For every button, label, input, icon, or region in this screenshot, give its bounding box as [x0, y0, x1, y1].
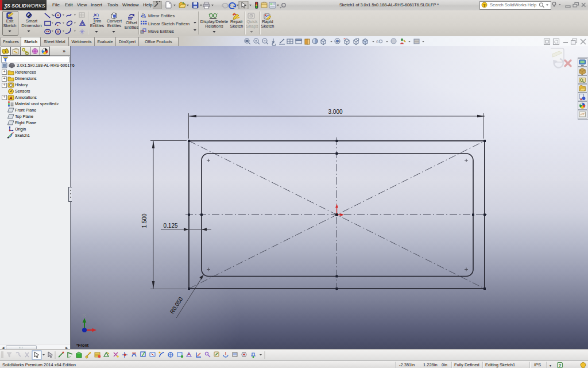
svg-text:A: A: [9, 95, 13, 101]
svg-text:?: ?: [559, 363, 562, 368]
svg-text:R0.050: R0.050: [169, 296, 184, 315]
svg-text:+: +: [233, 13, 235, 17]
svg-text:»: »: [63, 48, 65, 54]
svg-text:1.500: 1.500: [141, 213, 148, 228]
svg-text:*Front: *Front: [76, 343, 89, 348]
svg-text:?: ?: [483, 3, 486, 8]
svg-text:3.000: 3.000: [328, 109, 342, 115]
svg-text:6: 6: [376, 39, 379, 44]
svg-text:A: A: [81, 21, 84, 25]
svg-text:0.125: 0.125: [163, 223, 177, 229]
svg-text:ƷS SOLIDWORKS: ƷS SOLIDWORKS: [234, 48, 312, 58]
